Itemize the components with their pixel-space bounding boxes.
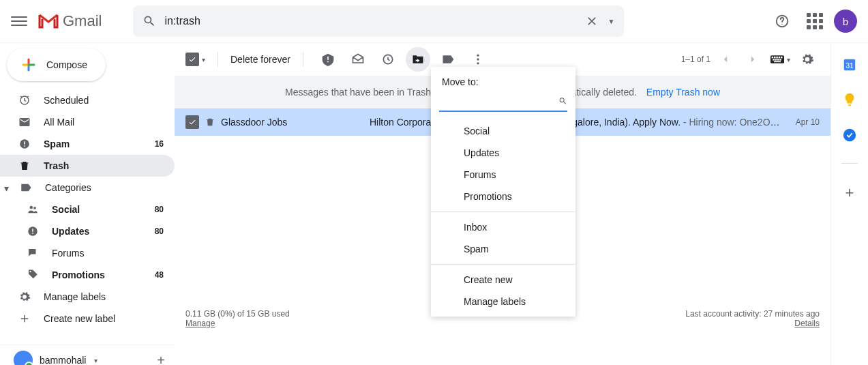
- svg-point-17: [477, 62, 479, 64]
- search-input[interactable]: [164, 15, 576, 27]
- svg-rect-12: [327, 57, 329, 60]
- support-icon[interactable]: [768, 8, 796, 35]
- chevron-down-icon: ▾: [4, 183, 14, 192]
- prev-page-button[interactable]: [713, 47, 738, 72]
- plus-icon: [20, 57, 37, 73]
- gmail-logo[interactable]: Gmail: [38, 12, 102, 30]
- dropdown-item-social[interactable]: Social: [431, 120, 575, 142]
- sidebar-item-trash[interactable]: Trash: [0, 155, 175, 177]
- mark-read-button[interactable]: [346, 47, 370, 72]
- clear-search-icon[interactable]: [585, 14, 599, 28]
- tasks-addon-icon[interactable]: [842, 128, 857, 143]
- separator: [303, 52, 303, 67]
- svg-rect-9: [32, 229, 33, 232]
- chevron-down-icon[interactable]: ▾: [202, 56, 205, 63]
- sidebar-item-categories[interactable]: ▾ Categories: [0, 177, 175, 199]
- input-tools-button[interactable]: ▾: [768, 47, 792, 72]
- svg-rect-28: [774, 61, 781, 63]
- svg-rect-10: [32, 233, 33, 234]
- details-link[interactable]: Details: [794, 319, 820, 328]
- main-menu-icon[interactable]: [11, 13, 27, 29]
- compose-button[interactable]: Compose: [7, 48, 106, 81]
- sidebar-item-social[interactable]: Social 80: [0, 199, 175, 220]
- spam-icon: [18, 137, 31, 151]
- move-to-button[interactable]: [406, 47, 430, 72]
- dropdown-item-inbox[interactable]: Inbox: [431, 216, 575, 238]
- snooze-button[interactable]: [376, 47, 400, 72]
- sidebar: Compose Scheduled All Mail Spam 16 Trash…: [0, 43, 175, 365]
- email-date: Apr 10: [796, 117, 820, 127]
- dropdown-search[interactable]: [439, 91, 567, 112]
- updates-icon: [26, 224, 40, 238]
- sidebar-item-count: 16: [155, 139, 164, 149]
- report-spam-button[interactable]: [316, 47, 340, 72]
- svg-point-1: [781, 24, 782, 25]
- sidebar-item-forums[interactable]: Forums: [0, 242, 175, 264]
- sidebar-item-updates[interactable]: Updates 80: [0, 220, 175, 242]
- keep-addon-icon[interactable]: [842, 92, 857, 107]
- activity-text: Last account activity: 27 minutes ago: [685, 309, 820, 319]
- dropdown-title: Move to:: [431, 76, 575, 91]
- sidebar-item-label: Create new label: [44, 313, 164, 324]
- all-mail-icon: [18, 115, 31, 129]
- dropdown-item-updates[interactable]: Updates: [431, 142, 575, 164]
- sidebar-item-all-mail[interactable]: All Mail: [0, 111, 175, 133]
- gear-icon: [18, 290, 31, 304]
- settings-button[interactable]: [795, 47, 820, 72]
- svg-rect-26: [777, 59, 779, 61]
- snippet-text: - Hiring now: One2One…: [680, 117, 782, 128]
- svg-rect-23: [781, 57, 783, 59]
- sidebar-item-spam[interactable]: Spam 16: [0, 133, 175, 155]
- dropdown-item-spam[interactable]: Spam: [431, 238, 575, 260]
- sidebar-item-label: Spam: [44, 138, 143, 149]
- account-avatar[interactable]: b: [834, 10, 857, 33]
- plus-icon: [18, 312, 31, 325]
- svg-point-31: [843, 129, 856, 141]
- svg-point-11: [30, 271, 31, 272]
- dropdown-item-create-new[interactable]: Create new: [431, 269, 575, 291]
- dropdown-item-forums[interactable]: Forums: [431, 164, 575, 186]
- next-page-button[interactable]: [740, 47, 765, 72]
- email-sender: Glassdoor Jobs: [221, 117, 364, 128]
- trash-icon: [18, 159, 31, 173]
- search-icon: [143, 14, 156, 28]
- promotions-icon: [26, 268, 40, 282]
- pagination-range: 1–1 of 1: [681, 55, 710, 64]
- dropdown-item-promotions[interactable]: Promotions: [431, 186, 575, 207]
- dropdown-item-manage-labels[interactable]: Manage labels: [431, 291, 575, 312]
- dropdown-search-input[interactable]: [439, 96, 558, 106]
- search-options-icon[interactable]: ▼: [608, 18, 615, 25]
- add-contact-icon[interactable]: +: [157, 353, 165, 366]
- sidebar-manage-labels[interactable]: Manage labels: [0, 286, 175, 308]
- manage-storage-link[interactable]: Manage: [185, 319, 215, 328]
- chevron-down-icon[interactable]: ▾: [94, 357, 98, 364]
- scheduled-icon: [18, 93, 31, 107]
- empty-trash-link[interactable]: Empty Trash now: [646, 87, 720, 98]
- svg-rect-19: [771, 57, 773, 59]
- gmail-text: Gmail: [63, 12, 102, 30]
- sidebar-item-count: 48: [155, 270, 164, 280]
- svg-rect-25: [775, 59, 777, 61]
- svg-rect-5: [24, 145, 25, 147]
- hangouts-user[interactable]: bammohali ▾ +: [0, 345, 175, 365]
- sidebar-item-label: Promotions: [52, 269, 143, 280]
- svg-point-15: [477, 55, 479, 57]
- sidebar-item-label: All Mail: [44, 117, 164, 128]
- svg-rect-21: [776, 57, 778, 59]
- calendar-addon-icon[interactable]: 31: [842, 57, 857, 72]
- separator: [218, 52, 218, 67]
- sidebar-item-promotions[interactable]: Promotions 48: [0, 264, 175, 286]
- sidebar-item-scheduled[interactable]: Scheduled: [0, 89, 175, 111]
- svg-rect-20: [774, 57, 776, 59]
- side-panel: 31 +: [831, 43, 868, 365]
- get-addons-icon[interactable]: +: [845, 184, 854, 202]
- select-all[interactable]: ▾: [185, 53, 205, 66]
- sidebar-create-label[interactable]: Create new label: [0, 308, 175, 330]
- search-bar[interactable]: ▼: [133, 5, 624, 37]
- svg-point-6: [30, 206, 33, 209]
- forums-icon: [26, 246, 40, 260]
- delete-forever-button[interactable]: Delete forever: [230, 54, 290, 65]
- apps-grid-icon[interactable]: [801, 8, 828, 35]
- sidebar-item-label: Trash: [44, 160, 164, 171]
- row-checkbox[interactable]: [185, 115, 199, 129]
